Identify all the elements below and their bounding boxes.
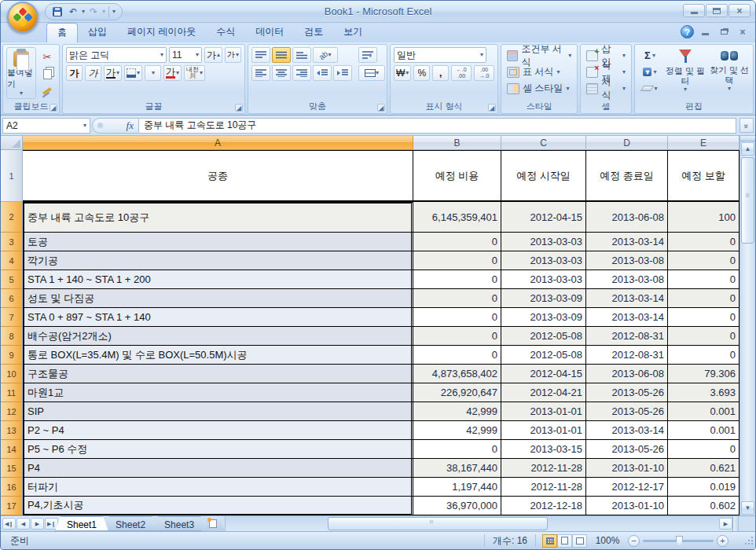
autosum-button[interactable]: Σ▾: [638, 48, 662, 63]
cell-A9[interactable]: 통로 BOX(L=35.4M) 및 수로 BOX(L=50.5M)시공: [23, 346, 413, 365]
cell-C15[interactable]: 2012-11-28: [501, 459, 586, 478]
cell-E14[interactable]: 0: [668, 440, 739, 459]
shrink-font-button[interactable]: 가▾: [225, 47, 241, 63]
ribbon-tab-6[interactable]: 검토: [294, 23, 333, 42]
cell-A14[interactable]: P5 ~ P6 수정: [23, 440, 413, 459]
page-layout-view-button[interactable]: [557, 534, 572, 548]
resize-grip[interactable]: [744, 536, 754, 545]
cell-A12[interactable]: SIP: [23, 402, 413, 421]
orientation-button[interactable]: ab▾: [313, 47, 338, 63]
column-header-A[interactable]: A: [23, 136, 413, 150]
find-select-button[interactable]: 찾기 및 선택▾: [709, 47, 750, 96]
row-header-17[interactable]: 17: [1, 497, 23, 515]
cell-E8[interactable]: 0: [668, 327, 739, 346]
doc-minimize-button[interactable]: [697, 26, 713, 38]
wrap-text-button[interactable]: [358, 47, 377, 63]
cell-A13[interactable]: P2 ~ P4: [23, 421, 413, 440]
copy-button[interactable]: [39, 66, 56, 82]
office-button[interactable]: [7, 2, 39, 33]
cell-E16[interactable]: 0.019: [668, 478, 739, 497]
maximize-button[interactable]: [706, 4, 728, 17]
cell-E11[interactable]: 3.693: [668, 383, 739, 402]
cell-D15[interactable]: 2013-01-10: [586, 459, 668, 478]
row-header-3[interactable]: 3: [1, 233, 23, 251]
last-sheet-button[interactable]: ▶❙: [45, 518, 58, 530]
ribbon-tab-5[interactable]: 데이터: [245, 23, 294, 42]
row-header-6[interactable]: 6: [1, 289, 23, 308]
increase-indent-button[interactable]: [333, 65, 352, 81]
cell-C8[interactable]: 2012-05-08: [501, 327, 586, 346]
format-cells-button[interactable]: 서식▾: [584, 80, 628, 97]
cell-D10[interactable]: 2013-06-08: [586, 365, 668, 383]
cell-C11[interactable]: 2012-04-21: [501, 383, 586, 402]
first-sheet-button[interactable]: ◀❙: [2, 518, 16, 530]
cell-A6[interactable]: 성토 및 다짐공: [23, 289, 413, 308]
ribbon-tab-7[interactable]: 보기: [333, 23, 372, 42]
vertical-scroll-thumb[interactable]: [741, 157, 754, 244]
number-format-combo[interactable]: 일반▾: [394, 47, 486, 63]
sheet-tab-sheet2[interactable]: Sheet2: [104, 516, 157, 531]
cell-A11[interactable]: 마원1교: [23, 383, 413, 402]
cell-D12[interactable]: 2013-05-26: [586, 402, 668, 421]
increase-decimal-button[interactable]: ←.0.00: [451, 65, 472, 81]
align-right-button[interactable]: [292, 65, 311, 81]
cell-D4[interactable]: 2013-03-08: [586, 251, 668, 270]
cell-B3[interactable]: 0: [413, 233, 501, 251]
row-header-7[interactable]: 7: [1, 308, 23, 327]
cell-B13[interactable]: 42,999: [413, 421, 501, 440]
sheet-tab-sheet1[interactable]: Sheet1: [55, 516, 108, 531]
next-sheet-button[interactable]: ▶: [31, 518, 44, 530]
row-header-11[interactable]: 11: [1, 383, 23, 402]
column-header-C[interactable]: C: [501, 136, 586, 150]
paste-button[interactable]: 붙여넣기 ▾: [6, 47, 36, 99]
cell-C4[interactable]: 2013-03-03: [501, 251, 586, 270]
ribbon-tab-2[interactable]: 삽입: [78, 23, 117, 42]
column-header-D[interactable]: D: [586, 136, 668, 150]
underline-button[interactable]: 가▾: [104, 65, 122, 81]
cell-A2[interactable]: 중부 내륙 고속도로 10공구: [23, 202, 413, 233]
cell-B1[interactable]: 예정 비용: [413, 150, 501, 202]
normal-view-button[interactable]: [542, 534, 557, 548]
close-button[interactable]: ×: [728, 4, 750, 17]
cell-C6[interactable]: 2013-03-09: [501, 289, 586, 308]
page-break-view-button[interactable]: [572, 534, 587, 548]
cell-B16[interactable]: 1,197,440: [413, 478, 501, 497]
cell-A17[interactable]: P4,기초시공: [23, 497, 413, 515]
cell-E4[interactable]: 0: [668, 251, 739, 270]
borders-button[interactable]: ▾: [124, 65, 142, 81]
cell-B5[interactable]: 0: [413, 270, 501, 289]
zoom-thumb[interactable]: [676, 536, 683, 546]
row-header-4[interactable]: 4: [1, 251, 23, 270]
cell-D3[interactable]: 2013-03-14: [586, 233, 668, 251]
cell-C17[interactable]: 2012-12-18: [501, 497, 586, 515]
row-header-5[interactable]: 5: [1, 270, 23, 289]
cell-A4[interactable]: 깍기공: [23, 251, 413, 270]
fill-button[interactable]: ▼▾: [638, 64, 662, 79]
format-painter-button[interactable]: [39, 83, 56, 99]
horizontal-scroll-thumb[interactable]: [328, 517, 548, 530]
ribbon-tab-4[interactable]: 수식: [206, 23, 245, 42]
clear-button[interactable]: ▾: [638, 81, 662, 96]
cell-B6[interactable]: 0: [413, 289, 501, 308]
cut-button[interactable]: ✂: [39, 49, 56, 64]
sort-filter-button[interactable]: 정렬 및 필터▾: [665, 47, 706, 96]
cell-A15[interactable]: P4: [23, 459, 413, 478]
help-button[interactable]: ?: [681, 25, 694, 38]
cell-D11[interactable]: 2013-05-26: [586, 383, 668, 402]
zoom-level[interactable]: 100%: [593, 535, 622, 546]
cell-B9[interactable]: 0: [413, 346, 501, 365]
grow-font-button[interactable]: 가▾: [204, 47, 222, 63]
cell-B10[interactable]: 4,873,658,402: [413, 365, 501, 383]
percent-button[interactable]: %: [413, 65, 430, 81]
row-header-16[interactable]: 16: [1, 478, 23, 497]
tab-split-handle[interactable]: [732, 516, 738, 531]
cell-A7[interactable]: STA 0 + 897 ~ STA 1 + 140: [23, 308, 413, 327]
row-header-14[interactable]: 14: [1, 440, 23, 459]
doc-restore-button[interactable]: [716, 26, 732, 38]
cell-A5[interactable]: STA 1 + 140 ~ STA 1 + 200: [23, 270, 413, 289]
select-all-corner[interactable]: [1, 136, 23, 150]
scroll-down-button[interactable]: ▼: [741, 501, 754, 515]
cell-C1[interactable]: 예정 시작일: [501, 150, 586, 202]
cell-B14[interactable]: 0: [413, 440, 501, 459]
cell-C13[interactable]: 2013-01-01: [501, 421, 586, 440]
